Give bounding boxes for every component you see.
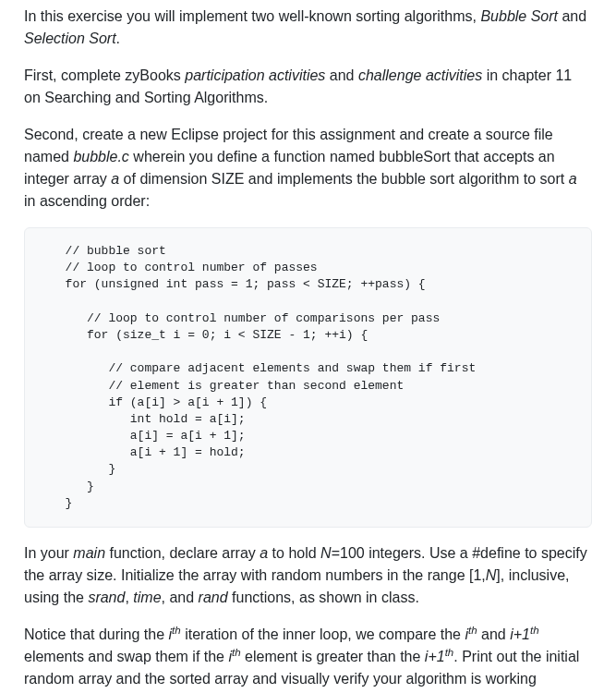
func-rand: rand: [199, 590, 228, 605]
var-ip1: i+1: [510, 626, 530, 642]
filename-bubble: bubble.c: [73, 149, 129, 164]
func-srand: srand: [88, 590, 125, 605]
var-a: a: [260, 545, 268, 561]
text: First, complete zyBooks: [24, 67, 185, 83]
sup-th: th: [232, 647, 241, 658]
text: , and: [162, 590, 199, 605]
var-ip1: i+1: [425, 649, 445, 664]
sup-th: th: [530, 625, 539, 636]
text: and: [558, 8, 586, 24]
text: .: [116, 30, 120, 46]
term-bubble-sort: Bubble Sort: [480, 8, 558, 24]
text: elements and swap them if the: [24, 649, 228, 664]
term-selection-sort: Selection Sort: [24, 30, 116, 46]
paragraph-second: Second, create a new Eclipse project for…: [24, 124, 592, 213]
paragraph-main: In your main function, declare array a t…: [24, 542, 592, 609]
paragraph-notice: Notice that during the ith iteration of …: [24, 624, 592, 693]
text: of dimension SIZE and implements the bub…: [119, 171, 568, 187]
paragraph-first: First, complete zyBooks participation ac…: [24, 65, 592, 109]
term-challenge: challenge activities: [358, 67, 482, 83]
sup-th: th: [445, 647, 454, 658]
paragraph-intro: In this exercise you will implement two …: [24, 6, 592, 50]
sup-th: th: [172, 625, 181, 636]
text: function, declare array: [105, 545, 260, 561]
var-n: N: [486, 567, 497, 583]
document-content: In this exercise you will implement two …: [0, 0, 616, 693]
var-a: a: [569, 171, 577, 187]
text: in ascending order:: [24, 193, 150, 209]
text: ,: [125, 590, 133, 605]
text: In this exercise you will implement two …: [24, 8, 480, 24]
func-time: time: [133, 590, 161, 605]
text: element is greater than the: [241, 649, 425, 664]
text: and: [325, 67, 358, 83]
var-a: a: [111, 171, 119, 187]
sup-th: th: [468, 625, 477, 636]
var-n: N: [320, 545, 332, 561]
text: and: [477, 626, 511, 642]
text: iteration of the inner loop, we compare …: [181, 626, 465, 642]
text: Notice that during the: [24, 626, 169, 642]
text: to hold: [268, 545, 320, 561]
term-participation: participation activities: [185, 67, 325, 83]
text: functions, as shown in class.: [228, 590, 419, 605]
code-block-bubble-sort: // bubble sort // loop to control number…: [24, 227, 592, 528]
text: In your: [24, 545, 73, 561]
func-main: main: [73, 545, 105, 561]
